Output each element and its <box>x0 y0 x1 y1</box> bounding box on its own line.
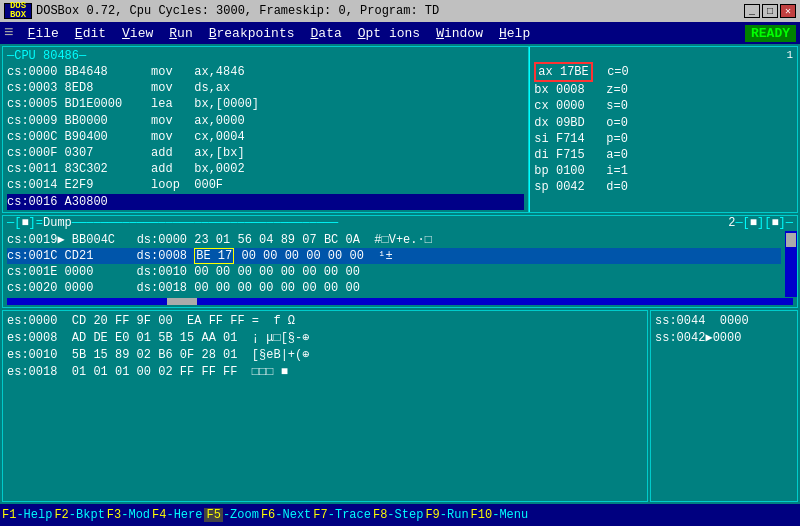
h-scrollbar-thumb[interactable] <box>167 298 197 305</box>
title-text: DOSBox 0.72, Cpu Cycles: 3000, Frameskip… <box>36 4 740 18</box>
status-f9[interactable]: F9-Run <box>425 508 468 522</box>
code-panel: ─CPU 80486─ cs:0000 BB4648 mov ax,4846 c… <box>3 47 529 212</box>
menu-run[interactable]: Run <box>161 24 200 43</box>
code-line-2: cs:0005 BD1E0000 lea bx,[0000] <box>7 96 524 112</box>
ready-badge: READY <box>745 25 796 42</box>
dump-lines: cs:0019▶ BB004C ds:0000 23 01 56 04 89 0… <box>3 231 785 298</box>
panel-num-1: 1 <box>534 49 793 61</box>
code-line-7: cs:0014 E2F9 loop 000F <box>7 177 524 193</box>
reg-di: di F715 a=0 <box>534 147 793 163</box>
bottom-right-line-1: ss:0042▶0000 <box>655 330 793 347</box>
status-f3[interactable]: F3-Mod <box>107 508 150 522</box>
reg-sp: sp 0042 d=0 <box>534 179 793 195</box>
reg-cx: cx 0000 s=0 <box>534 98 793 114</box>
status-bar: F1-Help F2-Bkpt F3-Mod F4-Here F5-Zoom F… <box>0 504 800 526</box>
status-f7[interactable]: F7-Trace <box>313 508 371 522</box>
reg-si: si F714 p=0 <box>534 131 793 147</box>
menu-edit[interactable]: Edit <box>67 24 114 43</box>
minimize-button[interactable]: _ <box>744 4 760 18</box>
dump-line-3: cs:0020 0000 ds:0018 00 00 00 00 00 00 0… <box>7 280 781 296</box>
app-window: DOSBOX DOSBox 0.72, Cpu Cycles: 3000, Fr… <box>0 0 800 526</box>
title-bar: DOSBOX DOSBox 0.72, Cpu Cycles: 3000, Fr… <box>0 0 800 22</box>
registers-panel: 1 ax 17BE c=0 bx 0008 z=0 cx 0000 s=0 dx… <box>529 47 797 212</box>
reg-bp: bp 0100 i=1 <box>534 163 793 179</box>
menu-bar: ≡ File Edit View Run Breakpoints Data Op… <box>0 22 800 44</box>
dump-horizontal-scroll[interactable] <box>7 298 793 305</box>
status-f8[interactable]: F8-Step <box>373 508 423 522</box>
status-f4[interactable]: F4-Here <box>152 508 202 522</box>
code-line-0: cs:0000 BB4648 mov ax,4846 <box>7 64 524 80</box>
bottom-line-2: es:0010 5B 15 89 02 B6 0F 28 01 [§eB|+(⊕ <box>7 347 643 364</box>
dump-scrollbar[interactable] <box>785 231 797 298</box>
status-f6[interactable]: F6-Next <box>261 508 311 522</box>
menu-file[interactable]: File <box>20 24 67 43</box>
code-line-4: cs:000C B90400 mov cx,0004 <box>7 129 524 145</box>
dump-header-bar: ─[■]=Dump───────────────────────────────… <box>3 216 797 230</box>
dump-line-2: cs:001E 0000 ds:0010 00 00 00 00 00 00 0… <box>7 264 781 280</box>
dump-content: cs:0019▶ BB004C ds:0000 23 01 56 04 89 0… <box>3 231 797 298</box>
bottom-line-1: es:0008 AD DE E0 01 5B 15 AA 01 ¡ μ□[§-⊕ <box>7 330 643 347</box>
reg-bx: bx 0008 z=0 <box>534 82 793 98</box>
close-button[interactable]: ✕ <box>780 4 796 18</box>
maximize-button[interactable]: □ <box>762 4 778 18</box>
menu-data[interactable]: Data <box>303 24 350 43</box>
menu-view[interactable]: View <box>114 24 161 43</box>
status-f2[interactable]: F2-Bkpt <box>54 508 104 522</box>
menu-help[interactable]: Help <box>491 24 538 43</box>
menu-window[interactable]: Window <box>428 24 491 43</box>
cpu-header: ─CPU 80486─ <box>7 49 524 63</box>
scrollbar-thumb[interactable] <box>786 233 796 247</box>
code-line-1: cs:0003 8ED8 mov ds,ax <box>7 80 524 96</box>
main-content: ─CPU 80486─ cs:0000 BB4648 mov ax,4846 c… <box>0 44 800 504</box>
dump-panel: ─[■]=Dump───────────────────────────────… <box>2 215 798 309</box>
dump-line-1: cs:001C CD21 ds:0008 BE 17 00 00 00 00 0… <box>7 248 781 264</box>
dos-logo: DOSBOX <box>4 3 32 19</box>
hamburger-menu[interactable]: ≡ <box>4 24 14 42</box>
status-f10[interactable]: F10-Menu <box>471 508 529 522</box>
menu-breakpoints[interactable]: Breakpoints <box>201 24 303 43</box>
reg-dx: dx 09BD o=0 <box>534 115 793 131</box>
bottom-left-panel: es:0000 CD 20 FF 9F 00 EA FF FF = f Ω es… <box>2 310 648 502</box>
reg-ax: ax 17BE c=0 <box>534 62 793 82</box>
code-line-3: cs:0009 BB0000 mov ax,0000 <box>7 113 524 129</box>
code-current-line: cs:0016 A30800 <box>7 194 524 210</box>
status-f1[interactable]: F1-Help <box>2 508 52 522</box>
menu-options[interactable]: Opt ions <box>350 24 428 43</box>
win-buttons: _ □ ✕ <box>744 4 796 18</box>
bottom-line-0: es:0000 CD 20 FF 9F 00 EA FF FF = f Ω <box>7 313 643 330</box>
code-line-5: cs:000F 0307 add ax,[bx] <box>7 145 524 161</box>
code-line-6: cs:0011 83C302 add bx,0002 <box>7 161 524 177</box>
bottom-right-panel: ss:0044 0000 ss:0042▶0000 <box>650 310 798 502</box>
bottom-panels: es:0000 CD 20 FF 9F 00 EA FF FF = f Ω es… <box>2 310 798 502</box>
bottom-right-line-0: ss:0044 0000 <box>655 313 793 330</box>
dump-line-0: cs:0019▶ BB004C ds:0000 23 01 56 04 89 0… <box>7 232 781 248</box>
bottom-line-3: es:0018 01 01 01 00 02 FF FF FF □□□ ■ <box>7 364 643 381</box>
status-f5[interactable]: F5-Zoom <box>204 508 258 522</box>
